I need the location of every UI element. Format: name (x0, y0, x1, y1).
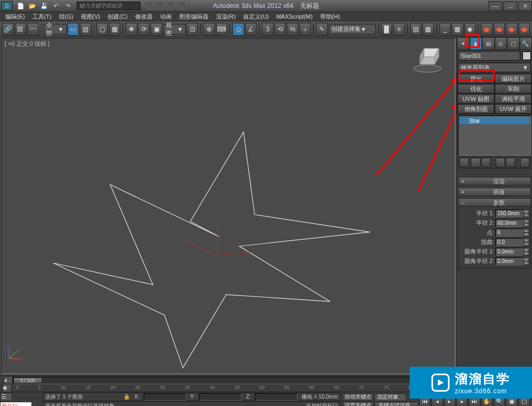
undo-icon[interactable]: ↶ (51, 2, 61, 10)
viewcube[interactable] (410, 45, 444, 73)
edit-named-sel-icon[interactable]: ✎ (316, 23, 328, 36)
motion-tab[interactable]: ◎ (495, 37, 508, 50)
mod-optimize-button[interactable]: 优化 (458, 84, 494, 94)
menu-maxscript[interactable]: MAXScript(M) (273, 13, 315, 20)
help-search-input[interactable]: 键入关键字或短语 (77, 2, 140, 10)
render-setup-icon[interactable]: 🫖 (481, 23, 493, 36)
modifier-list-combo[interactable]: 修改器列表▼ (458, 63, 531, 72)
spinner-snap-icon[interactable]: ⟐ (300, 23, 311, 36)
utilities-tab[interactable]: 🔧 (520, 37, 533, 50)
menu-modifiers[interactable]: 修改器 (132, 13, 156, 21)
fillet1-spinner[interactable]: 0.0mm (495, 248, 523, 256)
rendered-frame-icon[interactable]: 🫖 (494, 23, 505, 36)
new-icon[interactable]: 📄 (16, 2, 26, 10)
layers-icon[interactable]: ▤ (410, 23, 422, 36)
window-crossing-icon[interactable]: ▦ (109, 23, 121, 36)
keyboard-shortcut-icon[interactable]: ⌨ (216, 23, 228, 36)
rollout-toggle-icon[interactable]: + (459, 189, 467, 195)
search-icon[interactable] (145, 2, 153, 10)
open-icon[interactable]: 📂 (28, 2, 37, 10)
material-editor-icon[interactable]: ◉ (464, 23, 476, 36)
autokey-button[interactable]: 自动关键点 (343, 393, 373, 401)
render-icon[interactable]: 🫖 (506, 23, 518, 36)
menu-create[interactable]: 创建(C) (104, 13, 130, 21)
modify-tab[interactable]: ◗ (470, 37, 483, 50)
subscription-icon[interactable] (155, 2, 164, 10)
mod-extrude-button[interactable]: 挤出 (458, 74, 494, 83)
time-slider-thumb[interactable]: 0 / 100 (13, 377, 42, 384)
selection-filter-combo[interactable]: 全部 ▼ (44, 24, 66, 35)
viewport-ortho[interactable]: [ +0 正交 0 线框 ] x y (1, 38, 455, 374)
keytarget-combo[interactable]: 选定对象 (375, 393, 406, 401)
rollout-toggle-icon[interactable]: – (459, 199, 467, 206)
mod-editpatch-button[interactable]: 编辑面片 (495, 74, 531, 83)
redo-icon[interactable]: ↷ (63, 2, 72, 10)
configure-sets-icon[interactable] (506, 158, 515, 167)
object-color-swatch[interactable] (522, 52, 531, 60)
select-name-icon[interactable]: ▤ (80, 23, 92, 36)
lock-selection-icon[interactable]: 🔒 (123, 394, 130, 400)
radius1-spinner[interactable]: 150.0mm (495, 209, 523, 217)
menu-grapheditors[interactable]: 图形编辑器 (176, 13, 212, 21)
percent-snap-icon[interactable]: % (287, 23, 298, 36)
help-icon[interactable] (177, 2, 185, 10)
save-icon[interactable]: 💾 (39, 2, 49, 10)
close-button[interactable]: ✕ (518, 1, 532, 11)
named-sel-combo[interactable]: 创建选择集 ▼ (329, 24, 376, 35)
snap-3-icon[interactable]: 3 (262, 23, 273, 36)
scale-icon[interactable]: ▣ (151, 23, 162, 36)
modifier-stack[interactable]: Star (458, 115, 531, 156)
bind-icon[interactable]: 〰 (27, 23, 39, 36)
rotate-icon[interactable]: ⟳ (138, 23, 150, 36)
keyfilter-button[interactable]: 关键点过滤器... (375, 402, 418, 407)
snap-toggle-icon[interactable]: ◇ (232, 23, 244, 36)
mod-uvwunwrap-button[interactable]: UVW 展开 (495, 104, 531, 114)
maximize-button[interactable]: □ (503, 1, 517, 11)
graphite-icon[interactable]: ▦ (422, 23, 434, 36)
spinner-up-down[interactable]: ▴▾ (523, 209, 529, 217)
mod-bevelprofile-button[interactable]: 倒角剖面 (458, 104, 494, 114)
coord-x-input[interactable] (144, 393, 186, 401)
mirror-icon[interactable]: ▐▌ (381, 23, 393, 36)
angle-icon[interactable]: ⟲ (275, 23, 286, 36)
object-name-input[interactable]: Star001 (458, 51, 520, 61)
menu-help[interactable]: 帮助(H) (317, 13, 343, 21)
menu-tools[interactable]: 工具(T) (29, 13, 55, 21)
rollout-toggle-icon[interactable]: + (459, 178, 467, 184)
select-manipulate-icon[interactable]: ⊕ (203, 23, 215, 36)
script-listener-icon[interactable]: ☰ (1, 393, 12, 401)
ref-coord-combo[interactable]: 视图 ▼ (163, 24, 186, 35)
menu-views[interactable]: 视图(V) (78, 13, 104, 21)
curve-editor-icon[interactable]: ⎯ (439, 23, 451, 36)
menu-customize[interactable]: 自定义(U) (240, 13, 272, 21)
menu-rendering[interactable]: 渲染(R) (213, 13, 239, 21)
quick-render-icon[interactable]: 🫖 (519, 23, 530, 36)
make-unique-icon[interactable] (481, 158, 491, 167)
remove-mod-icon[interactable] (496, 158, 505, 167)
show-end-result-icon[interactable] (471, 158, 480, 167)
distortion-spinner[interactable]: 0.0 (495, 238, 523, 246)
select-object-icon[interactable]: ▭ (68, 23, 79, 36)
menu-animation[interactable]: 动画 (157, 13, 175, 21)
fillet2-spinner[interactable]: 0.0mm (495, 257, 523, 265)
mod-uvwmap-button[interactable]: UVW 贴图 (458, 94, 494, 104)
stack-item-star[interactable]: Star (460, 117, 529, 124)
hierarchy-tab[interactable]: ▤ (482, 37, 495, 50)
schematic-icon[interactable]: ▦ (452, 23, 463, 36)
setkey-button[interactable]: 设置关键点 (343, 402, 373, 407)
menu-edit[interactable]: 编辑(E) (2, 13, 28, 21)
menu-group[interactable]: 组(G) (56, 13, 77, 21)
pivot-icon[interactable]: ⊡ (187, 23, 198, 36)
angle-snap-icon[interactable]: ∠ (245, 23, 257, 36)
rect-region-icon[interactable]: ▢ (96, 23, 108, 36)
coord-y-input[interactable] (199, 393, 242, 401)
link-icon[interactable]: 🔗 (2, 23, 14, 36)
favorite-icon[interactable] (166, 2, 174, 10)
stack-config-icon[interactable] (520, 158, 529, 167)
app-menu-button[interactable]: G (1, 1, 13, 11)
coord-z-input[interactable] (255, 393, 297, 401)
add-time-tag[interactable]: 添加时间标记 (306, 402, 338, 407)
align-icon[interactable]: ≡ (393, 23, 405, 36)
create-tab[interactable]: ✦ (457, 37, 470, 50)
minimize-button[interactable]: — (488, 1, 502, 11)
